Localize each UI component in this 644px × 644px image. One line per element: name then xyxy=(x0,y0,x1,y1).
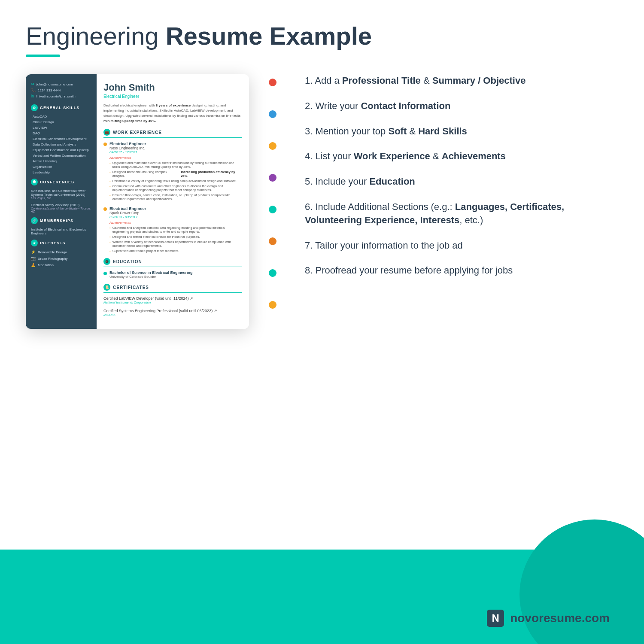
skill-labview: LabVIEW xyxy=(31,126,91,130)
energy-icon: ⚡ xyxy=(31,250,36,254)
dot-6 xyxy=(269,237,276,245)
job-1: Electrical Engineer Ness Engineering Inc… xyxy=(103,141,242,201)
cert-1-issuer: National Instruments Corporation xyxy=(103,301,242,304)
page-title: Engineering Resume Example xyxy=(26,21,618,57)
cert-2: Certified Systems Engineering Profession… xyxy=(103,309,242,317)
education-section: 🎓 EDUCATION xyxy=(103,258,242,267)
dot-3 xyxy=(269,142,276,150)
edu-degree: Bachelor of Science in Electrical Engine… xyxy=(109,270,242,275)
skill-verbal: Verbal and Written Communication xyxy=(31,154,91,158)
resume-card: ✉ john@novoresume.com 📞 1234 333 4444 in… xyxy=(26,74,249,329)
linkedin-icon: in xyxy=(31,94,34,98)
tip-6: 6. Include Additional Sections (e.g.: La… xyxy=(305,200,618,227)
job-2-achievements-label: Achievements xyxy=(109,221,242,225)
sidebar-contact: ✉ john@novoresume.com 📞 1234 333 4444 in… xyxy=(31,82,91,98)
memberships-icon: 🔗 xyxy=(31,217,38,224)
tip-7-text: 7. Tailor your information to the job ad xyxy=(305,239,463,252)
general-skills-title: ⚙ GENERAL SKILLS xyxy=(31,104,91,111)
skills-icon: ⚙ xyxy=(31,104,38,111)
education-icon: 🎓 xyxy=(103,258,110,265)
cert-1-name: Certified LabVIEW Developer (valid until… xyxy=(103,296,242,301)
tip-4: 4. List your Work Experience & Achieveme… xyxy=(305,150,618,163)
interests-icon: ★ xyxy=(31,240,38,246)
branding: N novoresume.com xyxy=(487,610,610,627)
title-normal: Engineering xyxy=(26,22,166,50)
brand-name: novoresume.com xyxy=(510,611,610,625)
job-1-bullet-5: Ensured that design, construction, insta… xyxy=(109,193,242,201)
tip-7: 7. Tailor your information to the job ad xyxy=(305,239,618,252)
interest-meditation: 🧘 Meditation xyxy=(31,263,91,267)
conf-2: Electrical Safety Workshop (2019) Confer… xyxy=(31,203,91,213)
resume-job-title: Electrical Engineer xyxy=(103,94,242,99)
job-1-dot xyxy=(103,143,107,146)
skill-listening: Active Listening xyxy=(31,159,91,163)
title-underline xyxy=(26,55,60,57)
edu-dot xyxy=(103,272,107,275)
resume-main: John Smith Electrical Engineer Dedicated… xyxy=(97,74,249,329)
interest-energy: ⚡ Renewable Energy xyxy=(31,250,91,254)
edu-school: University of Colorado Boulder xyxy=(109,275,242,279)
job-2-bullet-3: Worked with a variety of technicians acr… xyxy=(109,240,242,248)
cert-2-name: Certified Systems Engineering Profession… xyxy=(103,309,242,313)
tip-4-text: 4. List your Work Experience & Achieveme… xyxy=(305,150,506,163)
interests-title: ★ INTERESTS xyxy=(31,240,91,246)
conferences-list: 57th Industrial and Commercial Power Sys… xyxy=(31,189,91,213)
contact-email: ✉ john@novoresume.com xyxy=(31,82,91,86)
skill-autocad: AutoCAD xyxy=(31,115,91,118)
dot-5 xyxy=(269,206,276,213)
cert-1: Certified LabVIEW Developer (valid until… xyxy=(103,296,242,304)
conferences-title: 🏛 CONFERENCES xyxy=(31,179,91,185)
edu-1: Bachelor of Science in Electrical Engine… xyxy=(103,270,242,279)
tip-2-text: 2. Write your Contact Information xyxy=(305,100,450,113)
work-icon: 💼 xyxy=(103,129,110,136)
tip-2: 2. Write your Contact Information xyxy=(305,100,618,113)
contact-linkedin: in linkedin.com/in/john.smith xyxy=(31,94,91,98)
job-2-bullet-2: Designed and tested electrical circuits … xyxy=(109,235,242,239)
skill-data: Data Collection and Analysis xyxy=(31,143,91,146)
tips-column: 1. Add a Professional Title & Summary / … xyxy=(296,74,618,289)
skill-org: Organization xyxy=(31,165,91,169)
tip-1-text: 1. Add a Professional Title & Summary / … xyxy=(305,74,526,88)
tip-3: 3. Mention your top Soft & Hard Skills xyxy=(305,125,618,138)
tip-3-text: 3. Mention your top Soft & Hard Skills xyxy=(305,125,467,138)
job-1-dates: 04/2017 - 12/2021 xyxy=(109,150,242,154)
job-1-bullet-3: Performed a variety of engineering tasks… xyxy=(109,179,242,183)
brand-logo-n: N xyxy=(487,610,504,627)
job-2-company: Spark Power Corp. xyxy=(109,211,242,215)
job-2: Electrical Engineer Spark Power Corp. 03… xyxy=(103,206,242,253)
cert-2-issuer: INCOSE xyxy=(103,313,242,317)
resume-name: John Smith xyxy=(103,82,242,93)
job-2-bullet-1: Gathered and analyzed complex data regar… xyxy=(109,226,242,234)
interests-list: ⚡ Renewable Energy 📷 Urban Photography 🧘… xyxy=(31,250,91,267)
dot-7 xyxy=(269,269,276,277)
job-2-dates: 03/2013 - 03/2017 xyxy=(109,215,242,219)
job-2-dot xyxy=(103,207,107,211)
membership-1: Institute of Electrical and Electronics … xyxy=(31,228,91,235)
tip-8-text: 8. Proofread your resume before applying… xyxy=(305,264,513,277)
skill-leadership: Leadership xyxy=(31,170,91,174)
contact-phone: 📞 1234 333 4444 xyxy=(31,88,91,92)
job-1-company: Ness Engineering Inc. xyxy=(109,146,242,150)
skills-list: AutoCAD Circuit Design LabVIEW DAQ Elect… xyxy=(31,115,91,174)
email-icon: ✉ xyxy=(31,82,34,86)
interest-photo: 📷 Urban Photography xyxy=(31,256,91,261)
tip-1: 1. Add a Professional Title & Summary / … xyxy=(305,74,618,88)
job-2-title: Electrical Engineer xyxy=(109,206,242,211)
certificates-section: 📜 CERTIFICATES xyxy=(103,284,242,293)
dot-4 xyxy=(269,174,276,182)
memberships-title: 🔗 MEMBERSHIPS xyxy=(31,217,91,224)
job-1-bullet-4: Communicated with customers and other en… xyxy=(109,184,242,192)
job-1-bullet-2: Designed linear circuits using complex a… xyxy=(109,170,242,178)
conferences-icon: 🏛 xyxy=(31,179,38,185)
phone-icon: 📞 xyxy=(31,88,36,92)
skill-circuit: Circuit Design xyxy=(31,120,91,124)
dot-2 xyxy=(269,110,276,118)
tip-5: 5. Include your Education xyxy=(305,175,618,188)
resume-sidebar: ✉ john@novoresume.com 📞 1234 333 4444 in… xyxy=(26,74,97,329)
tip-6-text: 6. Include Additional Sections (e.g.: La… xyxy=(305,200,618,227)
title-bold: Resume Example xyxy=(166,22,372,50)
dot-1 xyxy=(269,79,276,86)
job-2-bullet-4: Supervised and trained project team memb… xyxy=(109,249,242,253)
resume-summary: Dedicated electrical engineer with 8 yea… xyxy=(103,103,242,124)
tip-5-text: 5. Include your Education xyxy=(305,175,415,188)
